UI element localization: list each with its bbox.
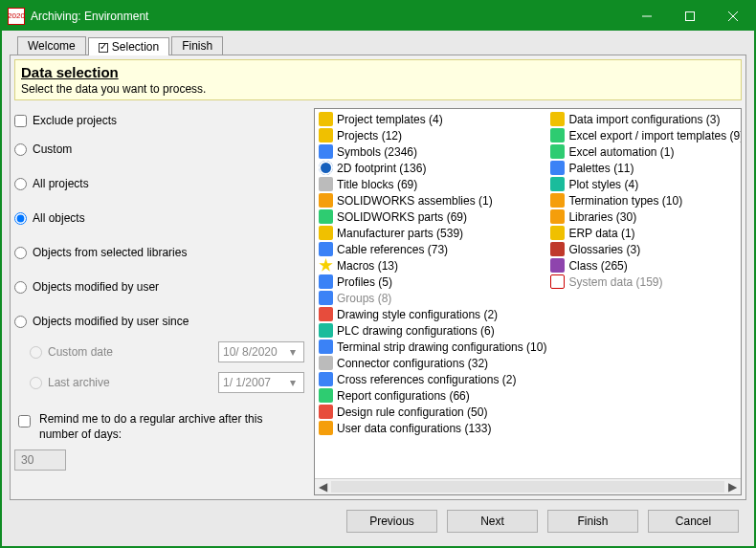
archiving-dialog: 2020 Archiving: Environment Welcome Sele… (0, 0, 756, 548)
list-item[interactable]: Excel automation (1) (548, 143, 741, 160)
remind-days-input[interactable]: 30 (14, 449, 66, 471)
finish-button[interactable]: Finish (547, 510, 638, 533)
horizontal-scrollbar[interactable]: ◀ ▶ (315, 478, 741, 494)
book-icon (550, 242, 565, 256)
scroll-track[interactable] (331, 481, 724, 493)
last-archive-date-value: 1/ 1/2007 (223, 376, 271, 389)
exclude-projects-input[interactable] (14, 115, 27, 127)
list-item-label: Termination types (10) (568, 194, 682, 208)
list-item[interactable]: Terminal strip drawing configurations (1… (317, 339, 548, 355)
list-item[interactable]: Cable references (73) (317, 241, 548, 257)
list-item[interactable]: Report configurations (66) (317, 387, 548, 404)
list-item[interactable]: Drawing style configurations (2) (317, 306, 548, 322)
list-item[interactable]: Excel export / import templates (9) (548, 127, 741, 143)
list-item-label: Profiles (5) (337, 275, 392, 289)
radio-custom-date[interactable]: Custom date (30, 345, 211, 359)
list-item[interactable]: Macros (13) (317, 257, 548, 274)
list-item[interactable]: Palettes (11) (548, 160, 741, 176)
green-icon (319, 388, 333, 403)
radio-all-objects[interactable]: All objects (14, 211, 304, 225)
exclude-projects-checkbox[interactable]: Exclude projects (14, 114, 304, 127)
list-item[interactable]: Connector configurations (32) (317, 355, 548, 371)
list-item[interactable]: Symbols (2346) (317, 143, 548, 160)
remind-days-value: 30 (21, 453, 33, 467)
list-item-label: ERP data (1) (568, 227, 634, 240)
radio-custom-date-input[interactable] (30, 346, 42, 359)
radio-by-user[interactable]: Objects modified by user (14, 280, 304, 294)
radio-by-user-input[interactable] (14, 281, 27, 294)
list-item[interactable]: SOLIDWORKS assemblies (1) (317, 192, 548, 208)
list-item[interactable]: Projects (12) (317, 127, 548, 143)
list-item-label: System data (159) (568, 275, 662, 289)
tab-selection[interactable]: Selection (88, 37, 169, 55)
svg-rect-1 (685, 12, 694, 21)
tab-finish[interactable]: Finish (171, 36, 223, 55)
blue-icon (319, 144, 333, 159)
cancel-button[interactable]: Cancel (648, 510, 739, 533)
app-icon (550, 274, 565, 289)
list-item[interactable]: User data configurations (133) (317, 420, 548, 436)
radio-custom[interactable]: Custom (14, 142, 304, 156)
list-item[interactable]: Data import configurations (3) (548, 111, 741, 127)
list-item[interactable]: Class (265) (548, 257, 741, 274)
list-item[interactable]: Termination types (10) (548, 192, 741, 208)
list-column-2: Data import configurations (3)Excel expo… (548, 111, 741, 476)
list-item[interactable]: Cross references configurations (2) (317, 371, 548, 387)
radio-by-user-since[interactable]: Objects modified by user since (14, 315, 304, 328)
scroll-right-icon[interactable]: ▶ (724, 479, 741, 495)
orange-icon (319, 193, 333, 208)
list-item[interactable]: PLC drawing configurations (6) (317, 322, 548, 339)
list-item[interactable]: Libraries (30) (548, 208, 741, 225)
radio-all-projects[interactable]: All projects (14, 177, 304, 190)
tab-selection-label: Selection (112, 40, 159, 54)
list-item[interactable]: Profiles (5) (317, 274, 548, 290)
close-button[interactable] (711, 2, 754, 31)
list-item[interactable]: Manufacturer parts (539) (317, 225, 548, 241)
radio-last-archive[interactable]: Last archive (30, 376, 211, 389)
radio-by-user-since-input[interactable] (14, 316, 27, 328)
list-item-label: Groups (8) (337, 292, 391, 305)
last-archive-date-picker[interactable]: 1/ 1/2007 ▾ (218, 372, 304, 393)
list-item[interactable]: Plot styles (4) (548, 176, 741, 192)
radio-from-libraries-input[interactable] (14, 247, 27, 259)
tab-welcome[interactable]: Welcome (17, 36, 86, 55)
tab-welcome-label: Welcome (28, 39, 76, 53)
remind-checkbox[interactable]: Remind me to do a regular archive after … (14, 412, 304, 442)
radio-custom-input[interactable] (14, 143, 27, 156)
radio-last-archive-label: Last archive (48, 376, 110, 389)
list-item-label: Design rule configuration (50) (337, 406, 487, 419)
minimize-button[interactable] (625, 2, 668, 31)
orange-icon (550, 193, 565, 208)
blue-icon (319, 291, 333, 305)
list-item[interactable]: SOLIDWORKS parts (69) (317, 208, 548, 225)
list-item[interactable]: Design rule configuration (50) (317, 404, 548, 420)
close-icon (728, 11, 738, 21)
list-item[interactable]: System data (159) (548, 274, 741, 290)
maximize-button[interactable] (668, 2, 711, 31)
remind-checkbox-input[interactable] (18, 415, 31, 427)
list-item-label: Terminal strip drawing configurations (1… (337, 340, 546, 354)
green-icon (550, 144, 565, 159)
yellow-icon (550, 226, 565, 240)
list-item[interactable]: Project templates (4) (317, 111, 548, 127)
custom-date-picker[interactable]: 10/ 8/2020 ▾ (218, 341, 304, 362)
list-view[interactable]: Project templates (4)Projects (12)Symbol… (315, 109, 741, 478)
previous-button[interactable]: Previous (346, 510, 437, 533)
list-item[interactable]: ERP data (1) (548, 225, 741, 241)
list-item[interactable]: Glossaries (3) (548, 241, 741, 257)
radio-all-objects-input[interactable] (14, 212, 27, 225)
orange-icon (550, 209, 565, 224)
next-button[interactable]: Next (447, 510, 538, 533)
radio-last-archive-input[interactable] (30, 377, 42, 389)
radio-all-projects-input[interactable] (14, 178, 27, 190)
list-item[interactable]: Title blocks (69) (317, 176, 548, 192)
scroll-left-icon[interactable]: ◀ (315, 479, 331, 495)
list-item[interactable]: 2D footprint (136) (317, 160, 548, 176)
list-item[interactable]: Groups (8) (317, 290, 548, 306)
list-item-label: SOLIDWORKS assemblies (1) (337, 194, 493, 208)
yellow-icon (319, 112, 333, 126)
orange-icon (319, 421, 333, 435)
app-icon: 2020 (8, 8, 25, 25)
radio-from-libraries[interactable]: Objects from selected libraries (14, 246, 304, 259)
red-icon (319, 405, 333, 419)
